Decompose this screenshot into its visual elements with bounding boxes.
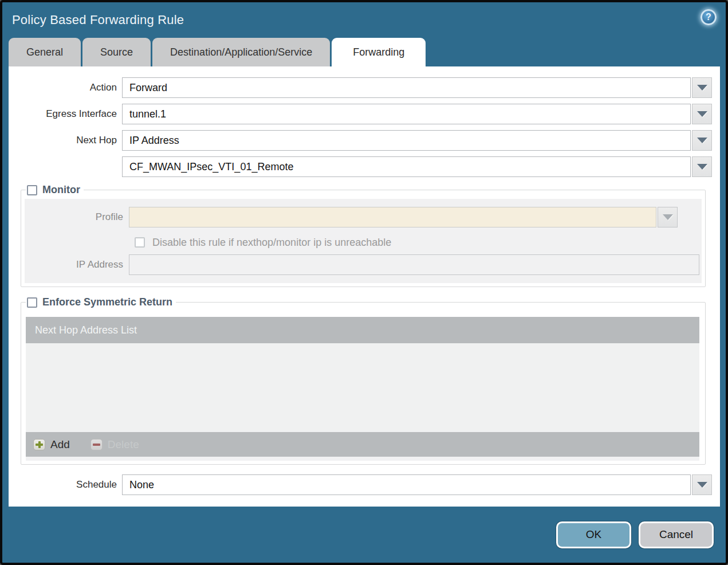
next-hop-type-input[interactable]: [122, 130, 691, 151]
table-body-empty[interactable]: [26, 343, 699, 432]
next-hop-address-row: [9, 156, 712, 177]
chevron-down-icon: [697, 482, 707, 488]
pbf-rule-dialog: Policy Based Forwarding Rule ? General S…: [0, 0, 728, 565]
monitor-ip-address-input: [129, 254, 699, 275]
ok-button[interactable]: OK: [556, 521, 631, 548]
action-input[interactable]: [122, 77, 691, 98]
schedule-row: Schedule: [9, 474, 712, 495]
symmetric-return-checkbox[interactable]: [27, 297, 37, 308]
delete-button: Delete: [90, 438, 139, 451]
disable-rule-checkbox: [135, 237, 145, 248]
disable-rule-row: Disable this rule if nexthop/monitor ip …: [135, 234, 699, 250]
monitor-ip-address-label: IP Address: [25, 259, 129, 270]
chevron-down-icon: [697, 111, 707, 117]
action-row: Action: [9, 77, 712, 98]
monitor-fieldset: Monitor Profile Disable this rule if nex…: [21, 184, 706, 287]
tab-general[interactable]: General: [9, 38, 81, 66]
add-button-label: Add: [50, 438, 70, 451]
next-hop-address-input[interactable]: [122, 156, 691, 177]
tab-bar: General Source Destination/Application/S…: [2, 38, 726, 66]
monitor-legend: Monitor: [26, 184, 84, 196]
cancel-button[interactable]: Cancel: [639, 521, 714, 548]
next-hop-address-dropdown-trigger[interactable]: [692, 156, 712, 177]
delete-button-label: Delete: [108, 438, 139, 451]
chevron-down-icon: [697, 164, 707, 170]
title-bar: Policy Based Forwarding Rule ?: [2, 2, 726, 38]
tab-destination-application-service[interactable]: Destination/Application/Service: [152, 38, 330, 66]
table-toolbar: Add Delete: [26, 432, 699, 457]
schedule-label: Schedule: [9, 479, 122, 491]
egress-interface-row: Egress Interface: [9, 104, 712, 124]
disable-rule-label: Disable this rule if nexthop/monitor ip …: [152, 237, 391, 249]
add-plus-icon: [33, 439, 45, 450]
egress-interface-label: Egress Interface: [9, 108, 122, 120]
monitor-ip-address-row: IP Address: [25, 254, 699, 275]
add-button[interactable]: Add: [33, 438, 70, 451]
table-header-label: Next Hop Address List: [35, 324, 137, 336]
profile-label: Profile: [25, 211, 129, 223]
schedule-input[interactable]: [122, 474, 691, 495]
chevron-down-icon: [697, 138, 707, 143]
dialog-footer: OK Cancel: [2, 507, 726, 563]
symmetric-return-legend: Enforce Symmetric Return: [26, 296, 176, 308]
tab-forwarding[interactable]: Forwarding: [332, 38, 426, 66]
symmetric-return-fieldset: Enforce Symmetric Return Next Hop Addres…: [21, 296, 706, 465]
next-hop-address-list-table: Next Hop Address List Add Delete: [26, 317, 699, 461]
chevron-down-icon: [663, 214, 673, 220]
tab-source[interactable]: Source: [82, 38, 151, 66]
schedule-dropdown-trigger[interactable]: [692, 474, 712, 495]
egress-interface-input[interactable]: [122, 104, 691, 124]
delete-minus-icon: [90, 439, 103, 450]
profile-input: [129, 207, 656, 227]
symmetric-return-legend-label: Enforce Symmetric Return: [42, 296, 172, 308]
action-dropdown-trigger[interactable]: [692, 77, 712, 98]
next-hop-row: Next Hop: [9, 130, 712, 151]
monitor-panel: Profile Disable this rule if nexthop/mon…: [25, 199, 702, 283]
profile-dropdown-trigger: [658, 207, 678, 227]
next-hop-dropdown-trigger[interactable]: [692, 130, 712, 151]
table-header: Next Hop Address List: [26, 317, 699, 343]
monitor-checkbox[interactable]: [27, 185, 37, 195]
monitor-legend-label: Monitor: [42, 184, 80, 196]
profile-row: Profile: [25, 207, 699, 227]
forwarding-tab-panel: Action Egress Interface Next Hop Monitor: [9, 66, 720, 507]
chevron-down-icon: [697, 85, 707, 91]
next-hop-label: Next Hop: [9, 135, 122, 146]
help-icon[interactable]: ?: [701, 9, 717, 25]
dialog-title: Policy Based Forwarding Rule: [12, 13, 184, 28]
action-label: Action: [9, 82, 122, 93]
egress-interface-dropdown-trigger[interactable]: [692, 104, 712, 124]
